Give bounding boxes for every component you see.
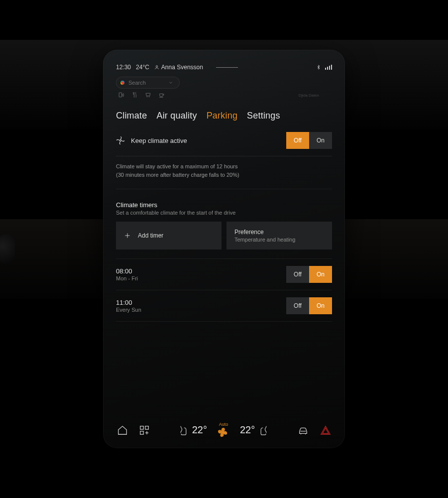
user-profile[interactable]: Anna Svensson — [154, 64, 203, 71]
timer-off[interactable]: Off — [286, 266, 309, 283]
keep-climate-toggle[interactable]: Off On — [286, 132, 332, 149]
desc-line2: (30 minutes more after battery charge fa… — [116, 171, 332, 179]
restaurant-icon[interactable] — [131, 92, 138, 98]
cart-icon[interactable] — [145, 92, 151, 98]
hazard-icon[interactable] — [320, 425, 331, 436]
divider-line — [216, 67, 238, 68]
tab-bar: Climate Air quality Parking Settings — [116, 111, 332, 121]
preference-title: Preference — [234, 229, 324, 236]
preference-subtitle: Temperature and heating — [234, 237, 324, 243]
search-placeholder: Search — [128, 80, 164, 86]
keep-climate-description: Climate will stay active for a maximum o… — [116, 162, 332, 189]
timer-days: Mon - Fri — [116, 275, 286, 281]
tab-air-quality[interactable]: Air quality — [156, 111, 197, 121]
timer-list: 08:00 Mon - Fri Off On 11:00 Every Sun O… — [116, 258, 332, 322]
user-icon — [154, 65, 159, 70]
timer-on[interactable]: On — [309, 266, 332, 283]
seat-heat-right-icon[interactable] — [259, 424, 269, 436]
auto-label: Auto — [219, 422, 228, 427]
keep-climate-on[interactable]: On — [309, 132, 332, 149]
cafe-icon[interactable] — [158, 92, 165, 98]
add-timer-button[interactable]: Add timer — [116, 222, 222, 249]
svg-rect-4 — [145, 426, 148, 429]
timer-days: Every Sun — [116, 307, 286, 313]
climate-timers-subtitle: Set a comfortable climate for the start … — [116, 210, 332, 216]
svg-point-2 — [120, 140, 121, 141]
fuel-icon[interactable] — [118, 92, 124, 98]
signal-icon — [325, 65, 333, 70]
keep-climate-label: Keep climate active — [131, 137, 187, 144]
outside-temp: 24°C — [136, 64, 149, 71]
tab-parking[interactable]: Parking — [207, 111, 237, 121]
chevron-down-icon — [168, 80, 173, 85]
temp-right[interactable]: 22° — [240, 424, 255, 436]
user-name: Anna Svensson — [161, 64, 203, 71]
timer-on[interactable]: On — [309, 297, 332, 314]
category-icons[interactable] — [118, 92, 165, 98]
keep-climate-row: Keep climate active Off On — [116, 132, 332, 156]
desc-line1: Climate will stay active for a maximum o… — [116, 162, 332, 171]
search-input[interactable]: Search — [116, 77, 180, 89]
fan-center-icon — [218, 427, 229, 438]
car-icon[interactable] — [297, 425, 309, 436]
fan-icon — [116, 136, 125, 145]
google-pin-icon — [120, 81, 124, 85]
apps-icon[interactable] — [139, 425, 150, 436]
timer-toggle[interactable]: Off On — [286, 266, 332, 283]
svg-rect-3 — [140, 426, 143, 429]
svg-point-0 — [156, 66, 157, 67]
map-strip[interactable]: Search Djida Dalen — [116, 77, 332, 101]
add-timer-label: Add timer — [138, 232, 163, 239]
map-location-label: Djida Dalen — [299, 93, 319, 98]
bottom-bar: 22° Auto 22° — [116, 418, 332, 438]
svg-rect-1 — [119, 93, 121, 97]
tab-settings[interactable]: Settings — [247, 111, 280, 121]
timer-off[interactable]: Off — [286, 297, 309, 314]
timer-time: 08:00 — [116, 267, 286, 275]
plus-icon — [124, 232, 131, 239]
timer-toggle[interactable]: Off On — [286, 297, 332, 314]
status-bar: 12:30 24°C Anna Svensson — [116, 64, 332, 71]
timer-time: 11:00 — [116, 299, 286, 306]
tab-climate[interactable]: Climate — [116, 111, 147, 121]
temp-left[interactable]: 22° — [192, 424, 207, 436]
climate-timers-title: Climate timers — [116, 201, 332, 209]
infotainment-screen: 12:30 24°C Anna Svensson Search Djida Da… — [103, 50, 345, 448]
clock: 12:30 — [116, 64, 131, 71]
bluetooth-icon — [316, 64, 321, 71]
fan-auto-button[interactable]: Auto — [218, 422, 229, 438]
preference-button[interactable]: Preference Temperature and heating — [226, 222, 332, 249]
home-icon[interactable] — [117, 425, 128, 436]
timer-row[interactable]: 11:00 Every Sun Off On — [116, 290, 332, 322]
svg-rect-5 — [140, 431, 143, 434]
timer-row[interactable]: 08:00 Mon - Fri Off On — [116, 259, 332, 290]
seat-heat-left-icon[interactable] — [178, 424, 188, 436]
keep-climate-off[interactable]: Off — [286, 132, 309, 149]
